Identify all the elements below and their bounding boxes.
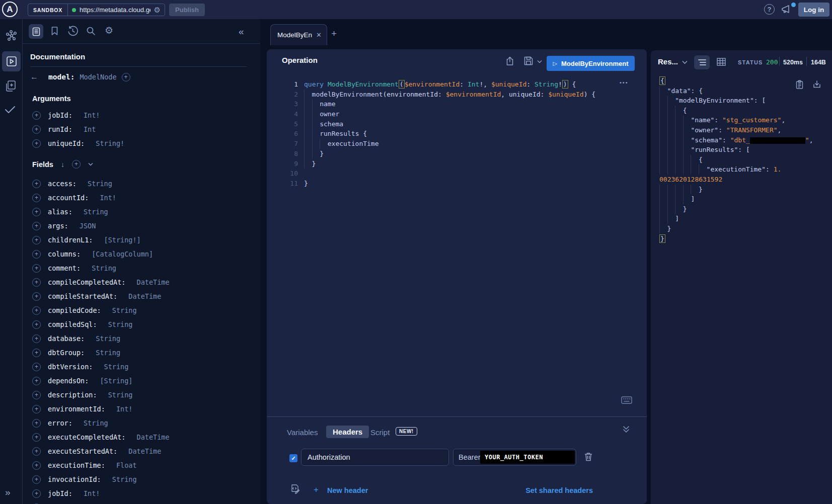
- field-row[interactable]: +dbtGroup: String: [32, 346, 254, 360]
- share-icon[interactable]: [506, 56, 514, 66]
- delete-header-icon[interactable]: [584, 452, 592, 461]
- add-to-query-icon[interactable]: +: [32, 180, 41, 188]
- add-to-query-icon[interactable]: +: [32, 306, 41, 315]
- argument-row[interactable]: +jobId: Int!: [32, 108, 254, 122]
- field-row[interactable]: +executionTime: Float: [32, 458, 254, 472]
- field-row[interactable]: +comment: String: [32, 261, 254, 275]
- query-editor[interactable]: query ModelByEnvironment($environmentId:…: [304, 79, 595, 189]
- field-row[interactable]: +error: String: [32, 416, 254, 430]
- new-tab-icon[interactable]: +: [331, 28, 337, 39]
- run-operation-button[interactable]: ▷ ModelByEnvironment: [547, 56, 635, 71]
- add-to-query-icon[interactable]: +: [32, 489, 41, 498]
- add-to-query-icon[interactable]: +: [32, 334, 41, 343]
- field-row[interactable]: +alias: String: [32, 205, 254, 219]
- add-to-query-icon[interactable]: +: [32, 349, 41, 357]
- header-value-input[interactable]: Bearer YOUR_AUTH_TOKEN: [453, 449, 576, 466]
- field-row[interactable]: +executeCompletedAt: DateTime: [32, 430, 254, 444]
- field-row[interactable]: +compiledCode: String: [32, 303, 254, 317]
- field-row[interactable]: +childrenL1: [String!]: [32, 233, 254, 247]
- collections-icon[interactable]: [5, 79, 17, 93]
- settings-gear-icon[interactable]: ⚙: [105, 26, 113, 35]
- editor-more-options-icon[interactable]: •••: [620, 79, 629, 86]
- checks-icon[interactable]: [4, 105, 16, 115]
- add-to-query-icon[interactable]: +: [32, 377, 41, 385]
- add-to-query-icon[interactable]: +: [32, 461, 41, 470]
- add-to-query-icon[interactable]: +: [32, 447, 41, 456]
- keyboard-shortcuts-icon[interactable]: [621, 396, 632, 404]
- new-header-button[interactable]: New header: [327, 486, 368, 494]
- endpoint-bar[interactable]: SANDBOX https://metadata.cloud.getd ⚙: [28, 4, 165, 16]
- collapse-footer-icon[interactable]: [623, 426, 630, 434]
- raw-view-toggle-active[interactable]: [694, 55, 710, 69]
- schema-graph-icon[interactable]: [5, 29, 18, 42]
- set-shared-headers-link[interactable]: Set shared headers: [525, 486, 593, 494]
- login-button[interactable]: Log in: [798, 3, 829, 17]
- add-to-query-icon[interactable]: +: [32, 194, 41, 202]
- new-header-plus-icon[interactable]: +: [314, 485, 319, 495]
- help-icon[interactable]: ?: [764, 4, 775, 15]
- add-to-query-icon[interactable]: +: [32, 222, 41, 230]
- field-row[interactable]: +dbtVersion: String: [32, 360, 254, 374]
- back-arrow-icon[interactable]: ←: [30, 72, 43, 81]
- field-row[interactable]: +args: JSON: [32, 219, 254, 233]
- field-row[interactable]: +compiledSql: String: [32, 317, 254, 331]
- publish-button[interactable]: Publish: [169, 4, 205, 16]
- argument-row[interactable]: +uniqueId: String!: [32, 136, 254, 150]
- endpoint-url-field[interactable]: https://metadata.cloud.getd ⚙: [68, 6, 165, 14]
- field-row[interactable]: +compileCompletedAt: DateTime: [32, 275, 254, 289]
- table-view-toggle-icon[interactable]: [717, 58, 726, 66]
- field-row[interactable]: +: [32, 500, 254, 504]
- add-to-query-icon[interactable]: +: [32, 391, 41, 399]
- add-all-fields-icon[interactable]: +: [72, 160, 81, 169]
- add-to-query-icon[interactable]: +: [32, 264, 41, 273]
- close-tab-icon[interactable]: ✕: [316, 31, 322, 39]
- add-field-icon[interactable]: +: [122, 73, 130, 81]
- field-row[interactable]: +accountId: Int!: [32, 191, 254, 205]
- add-to-query-icon[interactable]: +: [32, 292, 41, 301]
- field-row[interactable]: +invocationId: String: [32, 472, 254, 486]
- field-row[interactable]: +dependsOn: [String]: [32, 374, 254, 388]
- apollo-logo[interactable]: A: [2, 2, 18, 17]
- tab-variables[interactable]: Variables: [287, 428, 318, 437]
- sort-icon[interactable]: ↓: [61, 160, 64, 169]
- header-name-input[interactable]: Authorization: [301, 449, 449, 466]
- field-row[interactable]: +compileStartedAt: DateTime: [32, 289, 254, 303]
- add-to-query-icon[interactable]: +: [32, 208, 41, 216]
- field-row[interactable]: +description: String: [32, 388, 254, 402]
- add-to-query-icon[interactable]: +: [32, 236, 41, 244]
- expand-rail-icon[interactable]: »: [5, 487, 11, 498]
- add-to-query-icon[interactable]: +: [32, 278, 41, 287]
- add-to-query-icon[interactable]: +: [32, 433, 41, 442]
- save-menu-chevron-icon[interactable]: [537, 60, 542, 63]
- response-dropdown[interactable]: Res...: [658, 57, 678, 66]
- search-icon[interactable]: [86, 26, 96, 36]
- field-row[interactable]: +executeStartedAt: DateTime: [32, 444, 254, 458]
- history-icon[interactable]: [67, 26, 78, 36]
- field-row[interactable]: +columns: [CatalogColumn]: [32, 247, 254, 261]
- announcements-megaphone-icon[interactable]: [781, 5, 792, 15]
- bookmark-icon[interactable]: [51, 26, 58, 36]
- collapse-sidebar-icon[interactable]: «: [239, 26, 244, 37]
- header-script-icon[interactable]: [290, 484, 300, 494]
- add-to-query-icon[interactable]: +: [32, 250, 41, 259]
- add-to-query-icon[interactable]: +: [32, 139, 41, 148]
- add-to-query-icon[interactable]: +: [32, 419, 41, 428]
- documentation-tab-active[interactable]: [29, 24, 43, 39]
- header-enabled-checkbox[interactable]: ✓: [289, 454, 297, 462]
- add-to-query-icon[interactable]: +: [32, 475, 41, 484]
- endpoint-settings-gear-icon[interactable]: ⚙: [154, 6, 161, 14]
- field-row[interactable]: +environmentId: Int!: [32, 402, 254, 416]
- tab-script[interactable]: Script: [370, 428, 390, 437]
- explorer-nav-active[interactable]: [2, 51, 21, 71]
- field-row[interactable]: +jobId: Int!: [32, 486, 254, 500]
- argument-row[interactable]: +runId: Int: [32, 122, 254, 136]
- add-to-query-icon[interactable]: +: [32, 125, 41, 134]
- save-icon[interactable]: [524, 56, 533, 65]
- breadcrumb-type[interactable]: ModelNode: [80, 73, 116, 81]
- field-row[interactable]: +access: String: [32, 177, 254, 191]
- download-response-icon[interactable]: [813, 80, 821, 89]
- add-to-query-icon[interactable]: +: [32, 363, 41, 371]
- endpoint-url[interactable]: https://metadata.cloud.getd: [80, 6, 150, 14]
- field-row[interactable]: +database: String: [32, 331, 254, 346]
- add-to-query-icon[interactable]: +: [32, 405, 41, 413]
